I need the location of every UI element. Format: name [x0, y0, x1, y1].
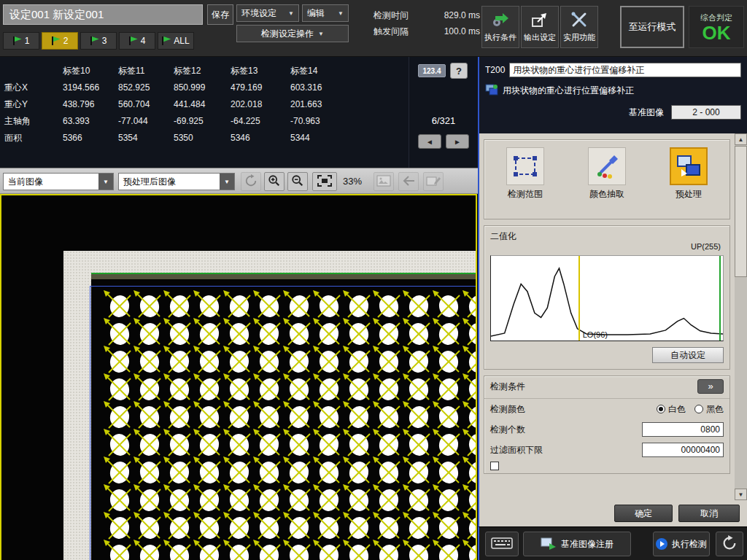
- numeric-display-button[interactable]: 123.4: [418, 64, 446, 77]
- column-header: 标签10: [58, 63, 114, 79]
- run-measure-button[interactable]: 执行检测: [653, 532, 710, 556]
- ok-button[interactable]: 确定: [614, 505, 673, 522]
- filter-checkbox[interactable]: [490, 462, 499, 470]
- measure-settings-menu[interactable]: 检测设定操作: [236, 25, 349, 42]
- row-label: 面积: [0, 130, 58, 147]
- table-cell: 5346: [226, 130, 286, 147]
- chevron-down-icon: [220, 174, 234, 190]
- image-source-select[interactable]: 当前图像: [3, 173, 114, 190]
- help-button[interactable]: ?: [450, 63, 468, 79]
- next-page-button[interactable]: ►: [446, 134, 469, 149]
- exec-condition-label: 执行条件: [484, 32, 516, 43]
- tool-button-label: 预处理: [676, 188, 702, 201]
- measure-settings-menu-label: 检测设定操作: [261, 28, 314, 40]
- tool-button-2[interactable]: 颜色抽取: [573, 147, 640, 201]
- table-cell: 479.169: [226, 79, 286, 96]
- confirm-row: 确定 取消: [478, 500, 747, 526]
- table-cell: 850.999: [169, 79, 226, 96]
- resync-button[interactable]: [716, 532, 743, 556]
- page-indicator: 6/321: [409, 115, 478, 126]
- row-label: 主轴角: [0, 113, 58, 130]
- unit-title-input[interactable]: [509, 63, 741, 77]
- tool-button-1[interactable]: 检测范围: [492, 147, 559, 201]
- tool-button-label: 颜色抽取: [589, 188, 624, 201]
- environment-menu[interactable]: 环境设定: [236, 4, 299, 22]
- detect-count-row: 检测个数: [484, 419, 729, 440]
- white-radio[interactable]: [657, 405, 665, 413]
- utility-button[interactable]: 实用功能: [560, 6, 598, 48]
- min-area-label: 过滤面积下限: [490, 444, 642, 456]
- scrollbar-down-button[interactable]: ▼: [735, 489, 747, 500]
- table-cell: 5366: [58, 130, 114, 147]
- scene-flag-icon: [162, 36, 171, 45]
- fit-screen-button[interactable]: [312, 172, 337, 191]
- output-settings-button[interactable]: 输出设定: [521, 6, 559, 48]
- histogram[interactable]: LO(96): [490, 255, 724, 341]
- lo-threshold-line[interactable]: [578, 256, 580, 341]
- scrollbar-thumb[interactable]: [735, 146, 747, 277]
- table-cell: -64.225: [226, 113, 286, 130]
- refresh-image-button[interactable]: [241, 172, 261, 191]
- exec-condition-button[interactable]: 执行条件: [481, 6, 519, 48]
- table-cell: -77.044: [114, 113, 169, 130]
- scene-flag-icon: [52, 36, 61, 45]
- scene-button-4[interactable]: 4: [119, 32, 155, 50]
- scene-button-2[interactable]: 2: [42, 32, 78, 50]
- unit-description: 用块状物的重心进行位置偏移补正: [503, 85, 634, 97]
- reference-image-select[interactable]: 2 - 000: [671, 105, 741, 120]
- reference-image-label: 基准图像: [629, 106, 664, 119]
- save-button[interactable]: 保存: [207, 4, 233, 25]
- table-cell: 5354: [114, 130, 169, 147]
- image-display-area[interactable]: [0, 194, 477, 560]
- conditions-title: 检测条件: [490, 381, 525, 393]
- run-mode-button[interactable]: 至运行模式: [620, 6, 684, 48]
- register-reference-label: 基准图像注册: [561, 538, 614, 551]
- column-header: 标签14: [286, 63, 343, 79]
- zoom-level: 33%: [343, 176, 362, 187]
- table-corner: [0, 63, 58, 79]
- min-area-input[interactable]: [642, 443, 724, 457]
- row-label: 重心Y: [0, 96, 58, 113]
- eyedropper-icon: [588, 147, 626, 185]
- table-cell: -69.925: [169, 113, 226, 130]
- aux-capture-icon-button[interactable]: [423, 172, 444, 191]
- refresh-icon: [244, 174, 258, 190]
- tool-button-3[interactable]: 预处理: [655, 147, 722, 201]
- detect-color-label: 检测颜色: [490, 403, 657, 416]
- zoom-in-button[interactable]: [264, 172, 285, 191]
- zoom-out-button[interactable]: [287, 172, 308, 191]
- histogram-curve: [491, 256, 723, 341]
- auto-set-button[interactable]: 自动设定: [652, 347, 724, 363]
- scene-button-1[interactable]: 1: [3, 32, 39, 50]
- scrollbar-up-button[interactable]: ▲: [735, 133, 747, 145]
- unit-header: T200 用块状物的重心进行位置偏移补正 基准图像 2 - 000: [478, 57, 747, 133]
- detect-count-input[interactable]: [642, 422, 724, 437]
- table-cell: 438.796: [58, 96, 114, 113]
- scene-button-ALL[interactable]: ALL: [158, 32, 194, 50]
- image-mode-select[interactable]: 预处理后图像: [118, 173, 235, 190]
- edit-menu[interactable]: 编辑: [302, 4, 349, 22]
- binarize-title: 二值化: [484, 226, 729, 243]
- tool-button-label: 检测范围: [508, 188, 543, 201]
- scene-button-label: 4: [141, 36, 146, 46]
- scene-button-label: 1: [25, 36, 30, 46]
- column-header: 标签11: [114, 63, 169, 79]
- tools-group: 检测范围颜色抽取预处理: [484, 139, 730, 219]
- scene-button-3[interactable]: 3: [80, 32, 117, 50]
- black-radio[interactable]: [694, 405, 703, 413]
- expand-button[interactable]: »: [697, 379, 724, 394]
- aux-image-icon-button[interactable]: [374, 172, 394, 191]
- prev-page-button[interactable]: ◄: [418, 134, 441, 149]
- scene-button-label: ALL: [174, 36, 189, 46]
- measure-time-value: 829.0 ms: [444, 10, 480, 20]
- cancel-button[interactable]: 取消: [678, 505, 740, 522]
- settings-scrollbar[interactable]: ▲ ▼: [735, 133, 747, 500]
- table-cell: -70.963: [286, 113, 343, 130]
- scene-button-row: 1234ALL: [3, 32, 194, 50]
- keyboard-button[interactable]: [485, 532, 519, 556]
- run-measure-label: 执行检测: [672, 538, 707, 551]
- up-threshold-line[interactable]: [719, 256, 721, 341]
- output-settings-label: 输出设定: [524, 32, 556, 43]
- register-reference-button[interactable]: 基准图像注册: [523, 532, 631, 556]
- aux-back-icon-button[interactable]: [398, 172, 419, 191]
